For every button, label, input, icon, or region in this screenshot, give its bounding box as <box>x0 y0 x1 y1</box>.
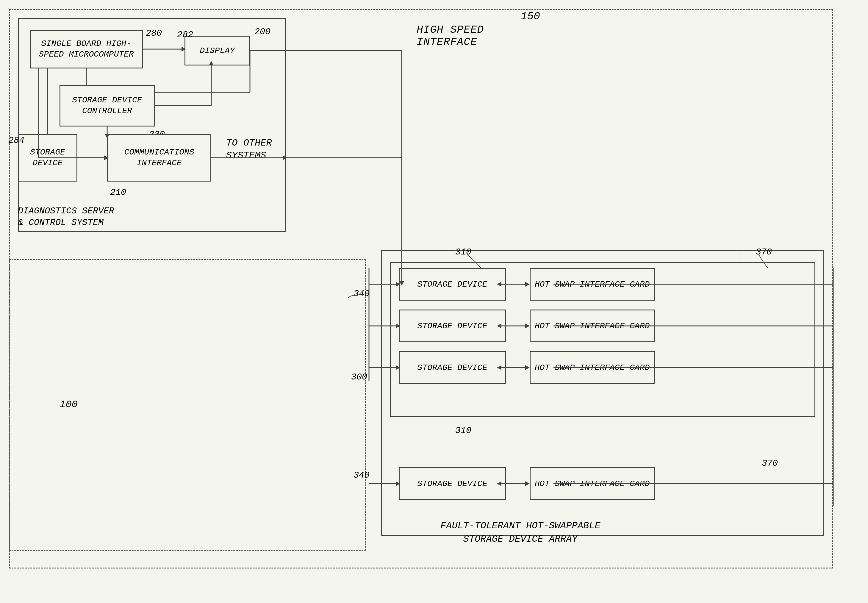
storage-row-4: STORAGE DEVICE HOT SWAP INTERFACE CARD <box>399 467 655 500</box>
storage-device-controller-box: STORAGE DEVICE CONTROLLER <box>60 85 155 127</box>
fault-array-label: FAULT-TOLERANT HOT-SWAPPABLE STORAGE DEV… <box>440 520 601 546</box>
storage-device-left-box: STORAGE DEVICE <box>18 134 77 182</box>
storage-row-1: STORAGE DEVICE HOT SWAP INTERFACE CARD <box>399 268 655 301</box>
storage-device-cell-1: STORAGE DEVICE <box>399 268 506 301</box>
storage-device-cell-3: STORAGE DEVICE <box>399 351 506 384</box>
label-310-bot: 310 <box>455 425 471 436</box>
label-282: 282 <box>177 30 193 40</box>
label-210: 210 <box>110 187 126 198</box>
hot-swap-cell-1: HOT SWAP INTERFACE CARD <box>530 268 655 301</box>
label-310-top: 310 <box>455 247 471 257</box>
high-speed-interface-label: HIGH SPEED INTERFACE <box>417 24 484 48</box>
label-150: 150 <box>521 11 540 23</box>
arrow-2 <box>506 325 530 326</box>
storage-row-2: STORAGE DEVICE HOT SWAP INTERFACE CARD <box>399 309 655 342</box>
svg-marker-1 <box>525 282 530 287</box>
arrow-1 <box>506 284 530 285</box>
label-340-top: 340 <box>354 289 369 299</box>
label-300: 300 <box>351 372 367 382</box>
hot-swap-cell-3: HOT SWAP INTERFACE CARD <box>530 351 655 384</box>
svg-marker-13 <box>525 481 530 486</box>
arrow-3 <box>506 367 530 368</box>
hot-swap-cell-4: HOT SWAP INTERFACE CARD <box>530 467 655 500</box>
sbc-box: SINGLE BOARD HIGH-SPEED MICROCOMPUTER <box>30 30 143 68</box>
svg-marker-5 <box>525 323 530 328</box>
label-284: 284 <box>8 135 25 145</box>
label-370-bot: 370 <box>762 458 778 468</box>
display-box: DISPLAY <box>184 36 250 65</box>
label-280: 280 <box>146 28 162 39</box>
storage-device-cell-4: STORAGE DEVICE <box>399 467 506 500</box>
diagnostics-server-label: DIAGNOSTICS SERVER & CONTROL SYSTEM <box>18 206 114 229</box>
label-200: 200 <box>255 27 270 37</box>
hot-swap-cell-2: HOT SWAP INTERFACE CARD <box>530 309 655 342</box>
storage-device-cell-2: STORAGE DEVICE <box>399 309 506 342</box>
label-340-bot: 340 <box>354 470 369 480</box>
to-other-systems-label: TO OTHER SYSTEMS <box>226 137 272 162</box>
svg-marker-9 <box>525 365 530 370</box>
storage-row-3: STORAGE DEVICE HOT SWAP INTERFACE CARD <box>399 351 655 384</box>
label-100: 100 <box>60 399 78 410</box>
arrow-4 <box>506 483 530 484</box>
communications-interface-box: COMMUNICATIONS INTERFACE <box>107 134 211 182</box>
label-370-top: 370 <box>756 247 772 257</box>
